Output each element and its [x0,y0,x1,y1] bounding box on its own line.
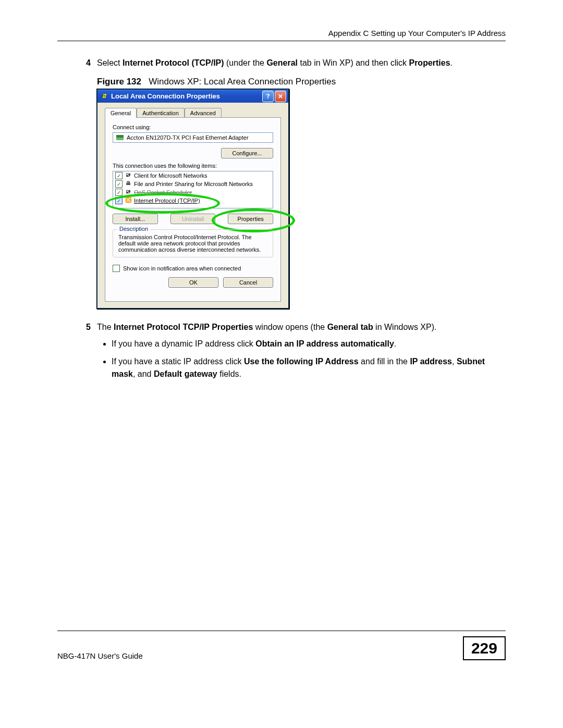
sharing-icon: 🖶 [125,180,132,188]
adapter-name: Accton EN1207D-TX PCI Fast Ethernet Adap… [127,134,249,141]
uses-label: This connection uses the following items… [113,163,273,169]
figure-caption: Figure 132 Windows XP: Local Area Connec… [97,77,506,87]
highlight-circle-tcpip [105,193,220,214]
footer-rule [57,631,506,631]
install-button-row: Install... Uninstall Properties [113,214,273,224]
tab-general[interactable]: General [105,108,137,118]
checkbox-icon[interactable]: ✓ [115,180,123,188]
ok-button[interactable]: OK [168,277,218,288]
list-item[interactable]: ✓ 🖶 File and Printer Sharing for Microso… [113,180,273,188]
connect-using-label: Connect using: [113,124,273,130]
tab-advanced[interactable]: Advanced [185,108,222,118]
cancel-button[interactable]: Cancel [223,277,273,288]
nic-icon [116,135,124,140]
step-5-bullets: If you have a dynamic IP address click O… [97,338,506,380]
step-4-number: 4 [57,57,97,69]
step-5-number: 5 [57,321,97,386]
bullet-dynamic: If you have a dynamic IP address click O… [112,338,506,350]
show-icon-label: Show icon in notification area when conn… [123,265,241,272]
client-icon: 🖳 [125,172,132,179]
checkbox-icon[interactable] [113,265,120,272]
description-group: Description Transmission Control Protoco… [113,229,273,257]
page-number: 229 [463,636,506,660]
description-legend: Description [117,226,150,232]
dialog-title: Local Area Connection Properties [111,92,261,100]
bullet-static: If you have a static IP address click Us… [112,355,506,380]
install-button[interactable]: Install... [113,214,158,224]
checkbox-icon[interactable]: ✓ [115,189,123,196]
page-footer: NBG-417N User's Guide 229 [57,636,506,660]
close-button[interactable]: ✕ [275,91,286,102]
tab-authentication[interactable]: Authentication [137,108,185,118]
guide-title: NBG-417N User's Guide [57,651,143,660]
configure-button[interactable]: Configure... [221,148,273,158]
tab-panel: Connect using: Accton EN1207D-TX PCI Fas… [105,117,281,302]
step-4-body: Select Internet Protocol (TCP/IP) (under… [97,57,506,69]
dialog-footer: OK Cancel [113,272,273,294]
header-rule [57,41,506,41]
page-header: Appendix C Setting up Your Computer's IP… [57,29,506,38]
step-5-body: The Internet Protocol TCP/IP Properties … [97,321,506,386]
help-button[interactable]: ? [262,91,274,102]
connection-icon: ⇵ [101,93,108,100]
uninstall-button: Uninstall [170,214,216,224]
adapter-field[interactable]: Accton EN1207D-TX PCI Fast Ethernet Adap… [113,132,273,143]
step-5: 5 The Internet Protocol TCP/IP Propertie… [57,321,506,386]
checkbox-icon[interactable]: ✓ [115,172,123,179]
show-icon-checkbox-row[interactable]: Show icon in notification area when conn… [113,265,273,272]
list-item[interactable]: ✓ 🖳 Client for Microsoft Networks [113,171,273,180]
titlebar[interactable]: ⇵ Local Area Connection Properties ? ✕ [97,90,288,103]
xp-dialog: ⇵ Local Area Connection Properties ? ✕ G… [97,89,289,309]
description-text: Transmission Control Protocol/Internet P… [118,234,267,253]
step-4: 4 Select Internet Protocol (TCP/IP) (und… [57,57,506,69]
tabs: General Authentication Advanced [105,108,281,118]
